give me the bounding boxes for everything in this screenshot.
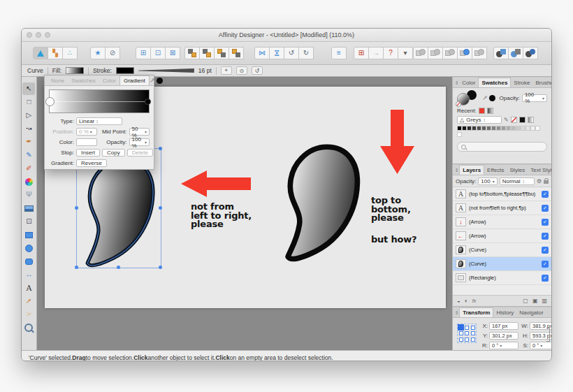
flip-horizontal-button[interactable]: ⋈ xyxy=(254,47,270,59)
layer-row-text-top-to-bottom[interactable]: (top to¶bottom,¶please¶¶bu) xyxy=(453,187,551,201)
swatch-search-field[interactable] xyxy=(457,142,547,152)
stroke-width-value[interactable]: 16 pt xyxy=(198,67,212,74)
anchor-point[interactable] xyxy=(459,337,463,342)
boolean-combine-button[interactable] xyxy=(472,47,487,59)
transparency-tool[interactable]: Ψ xyxy=(22,189,35,201)
node-tool[interactable]: ▷ xyxy=(22,109,35,122)
copy-stop-button[interactable]: Copy xyxy=(102,149,125,157)
move-forward-button[interactable] xyxy=(199,47,215,59)
grey-swatch[interactable] xyxy=(457,126,462,131)
grey-swatch[interactable] xyxy=(457,132,462,137)
layer-visibility-checkbox[interactable] xyxy=(542,205,549,212)
blend-mode-select[interactable]: Normal xyxy=(500,177,535,185)
rotation-input[interactable]: 0 ° xyxy=(489,342,518,349)
edit-swatches-icon[interactable] xyxy=(504,117,509,123)
anchor-point[interactable] xyxy=(459,331,463,335)
grey-swatch[interactable] xyxy=(467,126,472,131)
no-fill-icon[interactable] xyxy=(456,101,461,107)
move-to-front-button[interactable] xyxy=(184,47,200,59)
pencil-tool[interactable]: ✎ xyxy=(22,149,35,161)
insert-behind-button[interactable] xyxy=(493,47,509,59)
designer-persona-button[interactable] xyxy=(33,47,48,59)
selection-handle[interactable] xyxy=(159,206,162,210)
grey-swatch[interactable] xyxy=(481,126,486,131)
grey-swatch[interactable] xyxy=(477,126,481,131)
down-arrow-shape[interactable] xyxy=(380,110,414,174)
panel-tab[interactable]: Stroke xyxy=(511,78,532,87)
panel-tab[interactable]: Navigator xyxy=(516,307,546,317)
x-input[interactable]: 167 px xyxy=(489,322,518,330)
selection-handle[interactable] xyxy=(117,266,120,269)
view-tool[interactable]: ☞ xyxy=(22,308,35,321)
show-grid-button[interactable]: ⊞ xyxy=(136,47,151,59)
show-margins-button[interactable]: ⊡ xyxy=(150,47,166,59)
delete-stop-button[interactable]: Delete xyxy=(127,149,153,157)
rectangle-tool[interactable] xyxy=(22,228,35,241)
insert-inside-button[interactable] xyxy=(508,47,523,59)
vector-brush-tool[interactable]: ✐ xyxy=(22,162,35,175)
gradient-stop-start[interactable] xyxy=(45,97,55,106)
grey-swatch[interactable] xyxy=(506,126,511,131)
anchor-point[interactable] xyxy=(465,331,469,335)
anchor-point[interactable] xyxy=(465,326,469,330)
anchor-point[interactable] xyxy=(471,331,475,335)
panel-tab[interactable]: Styles xyxy=(507,165,528,175)
grey-swatch[interactable] xyxy=(521,126,525,131)
grey-swatch[interactable] xyxy=(462,126,467,131)
layer-visibility-checkbox[interactable] xyxy=(542,261,549,268)
flip-vertical-button[interactable]: ⋈ xyxy=(269,47,284,59)
fill-tool[interactable] xyxy=(22,175,35,188)
layer-row-curve-2[interactable]: (Curve) xyxy=(453,257,551,271)
arrow-shape-tool[interactable]: ↔ xyxy=(22,268,35,281)
minimize-button[interactable] xyxy=(36,32,41,38)
insert-stop-button[interactable]: Insert xyxy=(76,149,100,157)
lock-icon[interactable] xyxy=(544,180,549,184)
duplicate-layer-icon[interactable]: ▣ xyxy=(532,298,538,304)
gradient-editor-bar[interactable] xyxy=(49,89,150,113)
layer-effects-icon[interactable] xyxy=(472,298,476,304)
grey-swatch[interactable] xyxy=(525,126,530,131)
rotate-object-button[interactable]: ↺ xyxy=(252,66,263,75)
eyedropper-icon[interactable] xyxy=(150,77,155,84)
anchor-point[interactable] xyxy=(458,324,464,331)
grey-swatch[interactable] xyxy=(496,126,501,131)
layer-visibility-checkbox[interactable] xyxy=(542,219,549,226)
snap-move-button[interactable]: → xyxy=(368,47,384,59)
recent-swatch[interactable] xyxy=(487,108,493,114)
grey-swatch[interactable] xyxy=(501,126,506,131)
shear-input[interactable]: 0 ° xyxy=(530,342,552,349)
grey-swatch[interactable] xyxy=(511,126,516,131)
layer-visibility-checkbox[interactable] xyxy=(542,233,549,240)
recent-swatch[interactable] xyxy=(479,108,485,114)
layer-row-text-not-from[interactable]: (not from¶left to right,¶p) xyxy=(453,201,551,215)
quick-swatch[interactable] xyxy=(528,117,534,123)
snap-grid-button[interactable]: ⊞ xyxy=(354,47,369,59)
anchor-point[interactable] xyxy=(471,326,475,330)
reverse-gradient-button[interactable]: Reverse xyxy=(76,159,107,167)
snapping-magnet-button[interactable]: ? xyxy=(383,47,398,59)
pen-tool[interactable]: ✒ xyxy=(22,136,35,148)
eyedropper-icon[interactable] xyxy=(482,94,488,101)
boolean-divide-button[interactable] xyxy=(457,47,472,59)
gradient-stop-end[interactable] xyxy=(145,99,151,105)
move-backward-button[interactable] xyxy=(214,47,229,59)
grey-swatch[interactable] xyxy=(516,126,521,131)
panel-tab[interactable]: Text Styles xyxy=(528,165,552,175)
zoom-tool[interactable] xyxy=(22,321,35,334)
stop-opacity-input[interactable]: 100 % xyxy=(129,138,150,146)
anchor-point-selector[interactable] xyxy=(457,324,477,343)
mask-layer-icon[interactable]: ◒ xyxy=(457,298,460,304)
opacity-select[interactable]: 100 % xyxy=(522,94,547,102)
alignment-button[interactable]: ≡ xyxy=(331,47,347,59)
colour-picker-tool[interactable]: ⊸ xyxy=(22,295,35,307)
artistic-text-tool[interactable]: A xyxy=(22,282,35,294)
fill-type-tab[interactable]: Swatches xyxy=(68,75,99,85)
anchor-point[interactable] xyxy=(471,337,475,342)
panel-tab[interactable]: History xyxy=(493,307,516,317)
artboard-tool[interactable]: □ xyxy=(22,96,35,108)
layer-row-curve-1[interactable]: (Curve) xyxy=(453,243,551,257)
gear-icon[interactable] xyxy=(537,178,542,184)
layer-row-arrow-down[interactable]: (Arrow) xyxy=(453,215,551,229)
selection-handle[interactable] xyxy=(75,206,78,210)
boolean-intersect-button[interactable] xyxy=(442,47,458,59)
